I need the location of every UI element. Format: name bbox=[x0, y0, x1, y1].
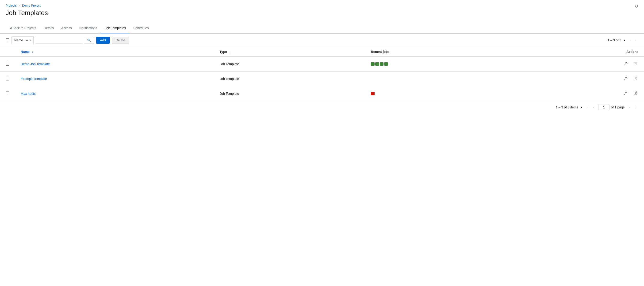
history-icon[interactable]: ↺ bbox=[635, 4, 638, 9]
row-name-2[interactable]: Max hosts bbox=[21, 92, 36, 95]
search-icon: 🔍 bbox=[87, 39, 91, 42]
col-recent-jobs: Recent jobs bbox=[365, 47, 512, 57]
row-type-2: Job Template bbox=[214, 86, 366, 101]
table-row: Example templateJob Template bbox=[0, 72, 644, 86]
edit-button-2[interactable] bbox=[633, 90, 638, 97]
table-row: Max hostsJob Template bbox=[0, 86, 644, 101]
breadcrumb-demo-project[interactable]: Demo Project bbox=[22, 4, 40, 7]
footer-next-button[interactable]: › bbox=[627, 104, 632, 110]
breadcrumb-projects[interactable]: Projects bbox=[6, 4, 17, 7]
row-actions-1 bbox=[518, 75, 638, 82]
job-status-box bbox=[384, 62, 388, 66]
tab-job-templates[interactable]: Job Templates bbox=[101, 23, 130, 33]
tab-back-to-projects[interactable]: ◀ Back to Projects bbox=[6, 23, 40, 33]
page-input[interactable] bbox=[598, 104, 610, 110]
filter-select-wrapper: Name ▼ bbox=[11, 37, 34, 44]
type-sort-icon: ↕ bbox=[229, 51, 231, 53]
tab-back-label: Back to Projects bbox=[12, 26, 36, 30]
launch-icon bbox=[624, 91, 628, 95]
add-button[interactable]: Add bbox=[96, 37, 110, 44]
tab-schedules[interactable]: Schedules bbox=[130, 23, 152, 33]
footer-pagination: 1 – 3 of 3 items ▼ « ‹ of 1 page › » bbox=[0, 101, 644, 113]
footer-first-button[interactable]: « bbox=[584, 104, 591, 110]
back-arrow-icon: ◀ bbox=[10, 26, 12, 30]
footer-count-dropdown[interactable]: ▼ bbox=[580, 106, 583, 109]
col-type[interactable]: Type ↕ bbox=[214, 47, 366, 57]
tab-details[interactable]: Details bbox=[40, 23, 58, 33]
col-name-label: Name bbox=[21, 50, 30, 54]
search-input[interactable] bbox=[36, 37, 82, 44]
edit-icon bbox=[634, 62, 638, 65]
row-name-1[interactable]: Example template bbox=[21, 77, 47, 81]
tab-bar: ◀ Back to Projects Details Access Notifi… bbox=[0, 23, 644, 34]
row-actions-2 bbox=[518, 90, 638, 97]
row-name-0[interactable]: Demo Job Template bbox=[21, 62, 50, 66]
launch-button-1[interactable] bbox=[623, 75, 629, 82]
col-name[interactable]: Name ↑ bbox=[15, 47, 214, 57]
tab-notifications[interactable]: Notifications bbox=[76, 23, 101, 33]
pagination-count: 1 – 3 of 3 bbox=[608, 38, 621, 42]
toolbar: Name ▼ 🔍 Add Delete 1 – 3 of 3 ▼ ‹ bbox=[0, 34, 644, 47]
launch-button-2[interactable] bbox=[623, 90, 629, 97]
select-all-checkbox[interactable] bbox=[6, 38, 10, 42]
delete-button[interactable]: Delete bbox=[112, 37, 129, 44]
job-status-box bbox=[371, 92, 374, 95]
tab-access[interactable]: Access bbox=[58, 23, 76, 33]
col-type-label: Type bbox=[220, 50, 227, 54]
job-status-box bbox=[380, 62, 384, 66]
breadcrumb: Projects > Demo Project bbox=[6, 4, 638, 7]
row-type-0: Job Template bbox=[214, 57, 366, 72]
job-status-box bbox=[375, 62, 379, 66]
breadcrumb-separator: > bbox=[18, 4, 20, 7]
col-actions: Actions bbox=[512, 47, 644, 57]
edit-button-0[interactable] bbox=[633, 61, 638, 67]
edit-icon bbox=[634, 76, 638, 80]
pagination-summary: 1 – 3 of 3 ▼ bbox=[608, 38, 626, 42]
launch-button-0[interactable] bbox=[623, 60, 629, 68]
col-checkbox bbox=[0, 47, 15, 57]
launch-icon bbox=[624, 61, 628, 66]
row-recent-jobs-2 bbox=[365, 86, 512, 101]
pagination-dropdown[interactable]: ▼ bbox=[623, 39, 626, 42]
row-checkbox-2[interactable] bbox=[6, 91, 10, 95]
main-content: Name ▼ 🔍 Add Delete 1 – 3 of 3 ▼ ‹ bbox=[0, 34, 644, 113]
filter-caret-icon: ▼ bbox=[29, 37, 33, 43]
launch-icon bbox=[624, 76, 628, 80]
row-checkbox-1[interactable] bbox=[6, 77, 10, 80]
job-templates-table: Name ↑ Type ↕ Recent jobs Actions Demo J… bbox=[0, 47, 644, 101]
footer-prev-button[interactable]: ‹ bbox=[591, 104, 596, 110]
name-sort-icon: ↑ bbox=[32, 51, 33, 53]
edit-button-1[interactable] bbox=[633, 75, 638, 82]
pagination-next-button[interactable]: › bbox=[633, 37, 638, 43]
page-title: Job Templates bbox=[6, 9, 638, 17]
footer-last-button[interactable]: » bbox=[632, 104, 638, 110]
footer-nav-right: › » bbox=[627, 104, 638, 110]
footer-nav: « ‹ bbox=[584, 104, 596, 110]
table-row: Demo Job TemplateJob Template bbox=[0, 57, 644, 72]
job-status-box bbox=[371, 62, 374, 66]
row-actions-0 bbox=[518, 60, 638, 68]
footer-count: 1 – 3 of 3 items bbox=[556, 105, 578, 109]
row-recent-jobs-1 bbox=[365, 72, 512, 86]
filter-select[interactable]: Name bbox=[12, 37, 29, 44]
pagination-prev-button[interactable]: ‹ bbox=[628, 37, 633, 43]
row-type-1: Job Template bbox=[214, 72, 366, 86]
edit-icon bbox=[634, 91, 638, 95]
search-button[interactable]: 🔍 bbox=[84, 37, 94, 44]
row-recent-jobs-0 bbox=[365, 57, 512, 72]
page-input-wrapper: of 1 page bbox=[598, 104, 624, 110]
page-of-label: of 1 page bbox=[611, 105, 624, 109]
pagination-nav: ‹ › bbox=[628, 37, 638, 43]
row-checkbox-0[interactable] bbox=[6, 62, 10, 66]
